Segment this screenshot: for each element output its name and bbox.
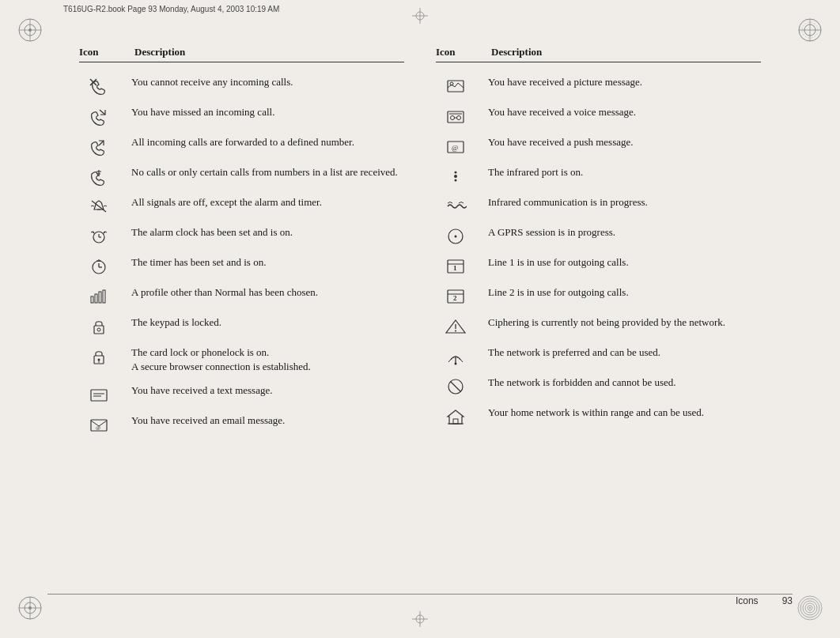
footer-page: 93 — [782, 595, 793, 606]
svg-text:@: @ — [96, 425, 101, 431]
icon-keypad-locked — [79, 315, 119, 336]
left-desc-header: Description — [134, 46, 185, 59]
icon-signals-off — [79, 195, 119, 216]
svg-rect-48 — [99, 292, 101, 303]
desc-gprs: A GPRS session is in progress. — [488, 225, 761, 240]
svg-rect-50 — [94, 326, 104, 334]
list-item: @ You have received an email message. — [79, 413, 404, 434]
icon-filtered — [79, 165, 119, 186]
svg-point-81 — [455, 330, 456, 332]
icon-voice-message — [436, 105, 475, 126]
right-column: Icon Description You have received a pic… — [420, 46, 761, 591]
svg-line-85 — [451, 382, 461, 392]
corner-mark-br — [794, 592, 826, 624]
footer: Icons 93 — [736, 595, 793, 606]
icon-gprs — [436, 225, 475, 246]
bottom-divider — [47, 594, 793, 595]
desc-picture-message: You have received a picture message. — [488, 75, 761, 89]
corner-mark-bl — [14, 592, 46, 624]
desc-push-message: You have received a push message. — [488, 135, 761, 149]
desc-forbidden-network: The network is forbidden and cannot be u… — [488, 376, 761, 390]
svg-point-14 — [28, 606, 32, 610]
list-item: @ You have received a push message. — [436, 135, 761, 156]
desc-filtered: No calls or only certain calls from numb… — [131, 165, 404, 179]
icon-text-message — [79, 383, 119, 404]
desc-infrared-active: Infrared communication is in progress. — [488, 195, 761, 210]
desc-no-calls: You cannot receive any incoming calls. — [131, 75, 404, 89]
list-item: No calls or only certain calls from numb… — [79, 165, 404, 186]
desc-ciphering: Ciphering is currently not being provide… — [488, 315, 761, 330]
list-item: A GPRS session is in progress. — [436, 225, 761, 246]
list-item: Ciphering is currently not being provide… — [436, 315, 761, 336]
right-icon-header: Icon — [436, 46, 475, 59]
list-item: A profile other than Normal has been cho… — [79, 285, 404, 306]
main-content: Icon Description You cannot receive any … — [47, 22, 793, 606]
svg-point-70 — [455, 179, 457, 182]
list-item: The alarm clock has been set and is on. — [79, 225, 404, 246]
svg-rect-55 — [91, 390, 107, 401]
desc-missed-call: You have missed an incoming call. — [131, 105, 404, 119]
svg-text:2: 2 — [453, 294, 457, 302]
svg-point-83 — [455, 363, 457, 365]
icon-infrared-active — [436, 195, 475, 216]
list-item: All signals are off, except the alarm an… — [79, 195, 404, 216]
icon-card-lock — [79, 345, 119, 366]
desc-line1: Line 1 is in use for outgoing calls. — [488, 255, 761, 270]
columns: Icon Description You cannot receive any … — [79, 46, 761, 591]
desc-timer: The timer has been set and is on. — [131, 255, 404, 270]
svg-point-51 — [97, 328, 100, 331]
footer-label: Icons — [736, 595, 759, 606]
svg-marker-86 — [448, 410, 464, 424]
right-col-header: Icon Description — [436, 46, 761, 62]
corner-mark-tl — [14, 14, 46, 46]
desc-alarm: The alarm clock has been set and is on. — [131, 225, 404, 240]
list-item: Your home network is within range and ca… — [436, 406, 761, 426]
svg-text:1: 1 — [453, 264, 457, 272]
list-item: The network is preferred and can be used… — [436, 345, 761, 366]
icon-picture-message — [436, 75, 475, 96]
desc-voice-message: You have received a voice message. — [488, 105, 761, 119]
icon-home-network — [436, 406, 475, 426]
icon-forbidden-network — [436, 376, 475, 396]
desc-card-lock: The card lock or phonelock is on.A secur… — [131, 345, 404, 374]
svg-text:@: @ — [452, 144, 458, 152]
list-item: The infrared port is on. — [436, 165, 761, 186]
desc-home-network: Your home network is within range and ca… — [488, 406, 761, 420]
desc-keypad-locked: The keypad is locked. — [131, 315, 404, 330]
icon-no-calls — [79, 75, 119, 96]
svg-rect-62 — [448, 111, 464, 123]
svg-rect-87 — [453, 419, 458, 424]
icon-line1: 1 — [436, 255, 475, 276]
list-item: Infrared communication is in progress. — [436, 195, 761, 216]
icon-email: @ — [79, 413, 119, 434]
desc-email: You have received an email message. — [131, 413, 404, 428]
list-item: All incoming calls are forwarded to a de… — [79, 135, 404, 156]
desc-text-message: You have received a text message. — [131, 383, 404, 398]
left-col-header: Icon Description — [79, 46, 404, 62]
desc-signals-off: All signals are off, except the alarm an… — [131, 195, 404, 210]
list-item: You have received a voice message. — [436, 105, 761, 126]
icon-infrared-port — [436, 165, 475, 186]
left-column: Icon Description You cannot receive any … — [79, 46, 420, 591]
svg-point-20 — [809, 607, 811, 609]
list-item: You have received a text message. — [79, 383, 404, 404]
icon-alarm — [79, 225, 119, 246]
svg-point-68 — [454, 175, 457, 178]
corner-mark-tr — [794, 14, 826, 46]
left-icon-header: Icon — [79, 46, 119, 59]
center-bottom-mark — [412, 611, 428, 630]
svg-point-69 — [455, 172, 457, 174]
list-item: The keypad is locked. — [79, 315, 404, 336]
svg-point-63 — [451, 116, 455, 120]
svg-rect-49 — [103, 290, 105, 303]
desc-forwarded: All incoming calls are forwarded to a de… — [131, 135, 404, 149]
desc-profile: A profile other than Normal has been cho… — [131, 285, 404, 300]
svg-point-4 — [28, 28, 32, 32]
svg-line-30 — [99, 141, 104, 145]
list-item: 2 Line 2 is in use for outgoing calls. — [436, 285, 761, 306]
list-item: The network is forbidden and cannot be u… — [436, 376, 761, 396]
list-item: You have received a picture message. — [436, 75, 761, 96]
icon-missed-call — [79, 105, 119, 126]
icon-timer — [79, 255, 119, 276]
icon-preferred-network — [436, 345, 475, 366]
